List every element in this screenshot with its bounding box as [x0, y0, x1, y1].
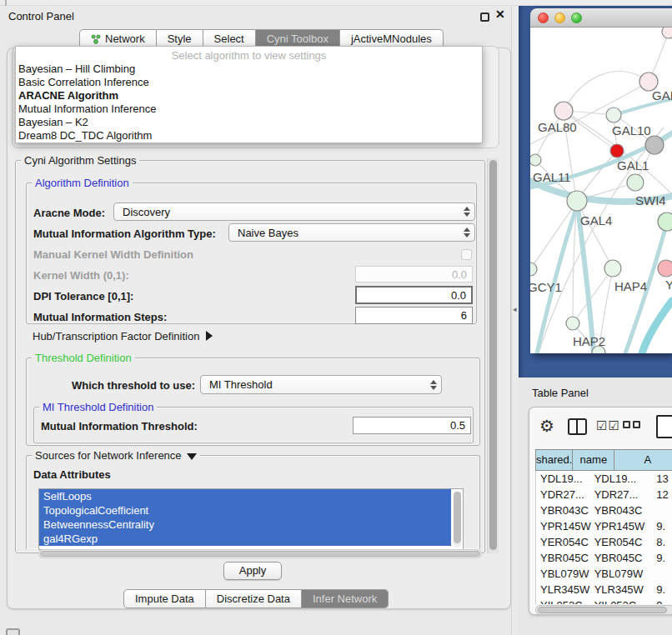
network-node-label: GAL [652, 88, 672, 102]
network-node-8[interactable] [567, 191, 587, 211]
scrollbar-thumb[interactable] [40, 551, 480, 557]
table-cell: 9. [653, 582, 672, 598]
scrollbar-thumb[interactable] [489, 160, 497, 550]
sources-toggle[interactable]: Sources for Network Inference [32, 449, 200, 462]
deselect-all-checkboxes-icon[interactable] [623, 421, 640, 428]
dpi-tolerance-label: DPI Tolerance [0,1]: [33, 290, 133, 302]
mi-threshold-field[interactable]: 0.5 [353, 417, 471, 434]
column-header-shared-name[interactable]: shared... [535, 449, 572, 471]
tab-discretize-data[interactable]: Discretize Data [206, 589, 302, 608]
table-cell: 9. [653, 550, 672, 566]
splitter-collapse-icon[interactable]: ◂ [513, 305, 517, 313]
select-all-checkboxes-icon[interactable]: ☑☑ [596, 418, 620, 433]
list-item[interactable]: TopologicalCoefficient [39, 503, 451, 518]
table-cell: 9. [653, 518, 672, 534]
network-node-2[interactable] [554, 102, 573, 120]
table-row[interactable]: YDL19...YDL19...13 [536, 471, 672, 487]
network-node-3[interactable] [606, 108, 621, 122]
settings-horizontal-scrollbar[interactable] [38, 549, 482, 558]
gear-icon[interactable]: ⚙ [539, 418, 554, 434]
kernel-width-field[interactable]: 0.0 [355, 266, 473, 282]
close-window-icon[interactable] [538, 12, 549, 23]
network-node-label: Y [665, 278, 672, 292]
top-strip-mark [5, 0, 7, 6]
network-node-0[interactable] [662, 28, 672, 38]
network-node-11[interactable] [604, 260, 621, 277]
network-node-label: GAL80 [538, 120, 577, 134]
expand-right-icon [206, 331, 213, 341]
dropdown-item-mutual-information[interactable]: Mutual Information Inference [16, 102, 482, 116]
settings-vertical-scrollbar[interactable] [487, 158, 499, 553]
dropdown-item-basic-correlation[interactable]: Basic Correlation Inference [16, 76, 482, 89]
table-cell: YER054C [536, 534, 591, 550]
network-node-9[interactable] [658, 212, 672, 231]
table-row[interactable]: YIL052CYIL052C9 [536, 598, 672, 604]
table-cell: YBL079W [536, 566, 591, 582]
threshold-definition-title: Threshold Definition [32, 352, 135, 364]
table-row[interactable]: YER054CYER054C8. [536, 534, 672, 550]
top-strip [0, 0, 672, 6]
combo-spinner-icon [430, 380, 437, 390]
tab-infer-network[interactable]: Infer Network [302, 589, 389, 608]
table-cell: YBR045C [536, 550, 591, 566]
screen: Control Panel ✕ Network Style Select Cyn… [0, 0, 672, 635]
table-cell: YPR145W [591, 518, 654, 534]
table-row[interactable]: YBR043CYBR043C [536, 502, 672, 518]
mi-algorithm-type-combo[interactable]: Naive Bayes [228, 223, 475, 242]
network-node-6[interactable] [530, 154, 541, 166]
list-item[interactable]: SelfLoops [39, 489, 451, 503]
scrollbar-thumb[interactable] [538, 607, 667, 613]
network-node-13[interactable] [566, 317, 579, 330]
zoom-window-icon[interactable] [571, 12, 582, 23]
minimize-window-icon[interactable] [554, 12, 565, 23]
apply-button[interactable]: Apply [223, 562, 282, 580]
columns-icon[interactable] [568, 418, 587, 435]
tab-impute-data[interactable]: Impute Data [123, 589, 206, 608]
dropdown-item-dream8[interactable]: Dream8 DC_TDC Algorithm [16, 129, 482, 142]
algorithm-definition-group: Algorithm Definition Aracne Mode: Discov… [26, 182, 477, 324]
network-node-5[interactable] [645, 136, 664, 154]
table-row[interactable]: YBL079WYBL079W [536, 566, 672, 582]
mi-algorithm-type-label: Mutual Information Algorithm Type: [33, 228, 216, 240]
panel-splitter[interactable] [511, 7, 519, 635]
network-node-12[interactable] [658, 260, 672, 277]
table-row[interactable]: YPR145WYPR145W9. [536, 518, 672, 534]
table-row[interactable]: YLR345WYLR345W9. [536, 582, 672, 598]
network-node-label: GCY1 [530, 280, 562, 294]
list-item[interactable]: gal4RGexp [39, 532, 451, 546]
column-header-name[interactable]: name [572, 449, 614, 471]
mi-steps-field[interactable]: 6 [355, 307, 473, 324]
export-table-icon[interactable] [656, 415, 672, 438]
settings-group-title: Cyni Algorithm Settings [21, 154, 139, 167]
hub-definition-toggle[interactable]: Hub/Transcription Factor Definition [33, 330, 213, 342]
which-threshold-label: Which threshold to use: [72, 379, 195, 392]
column-header-partial[interactable]: A [614, 449, 672, 471]
list-vertical-scrollbar[interactable] [454, 491, 461, 548]
network-node-7[interactable] [627, 174, 644, 191]
dpi-tolerance-field[interactable]: 0.0 [355, 286, 473, 304]
network-node-10[interactable] [530, 262, 537, 276]
scrollbar-thumb[interactable] [454, 492, 461, 543]
table-cell: YDR27... [536, 487, 591, 502]
table-cell [653, 566, 672, 582]
manual-kernel-checkbox[interactable] [461, 249, 472, 260]
table-row[interactable]: YBR045CYBR045C9. [536, 550, 672, 566]
table-cell: 8. [653, 534, 672, 550]
sources-group: Sources for Network Inference Data Attri… [26, 455, 480, 549]
table-cell: YIL052C [536, 598, 591, 604]
aracne-mode-combo[interactable]: Discovery [113, 202, 475, 221]
dropdown-item-aracne[interactable]: ARACNE Algorithm [16, 89, 482, 102]
float-panel-icon[interactable] [480, 12, 489, 22]
close-panel-icon[interactable]: ✕ [495, 8, 505, 21]
table-cell: YBR043C [591, 502, 654, 518]
which-threshold-combo[interactable]: MI Threshold [200, 375, 442, 394]
network-node-4[interactable] [610, 144, 624, 158]
list-item[interactable]: BetweennessCentrality [39, 518, 451, 532]
dropdown-item-bayesian-k2[interactable]: Bayesian – K2 [16, 116, 482, 129]
table-row[interactable]: YDR27...YDR27...12 [536, 487, 672, 502]
dropdown-item-bayesian-hill-climbing[interactable]: Bayesian – Hill Climbing [16, 62, 482, 76]
table-horizontal-scrollbar[interactable] [535, 605, 672, 615]
network-canvas[interactable]: GALGAL80GAL10GAL1GAL11SWI4GAL4GCY1HAP4YH… [530, 28, 672, 353]
table-cell [653, 502, 672, 518]
network-window-titlebar[interactable] [530, 8, 672, 28]
